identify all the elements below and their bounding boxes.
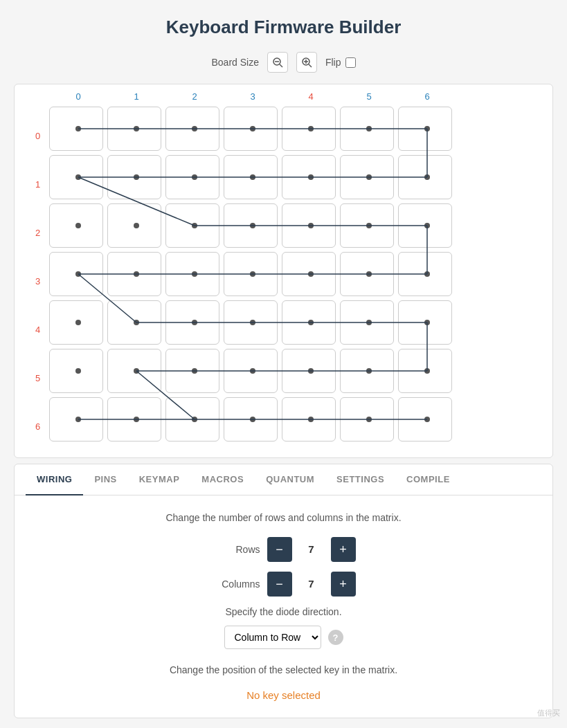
tab-pins[interactable]: PINS: [83, 464, 127, 495]
matrix-desc: Change the number of rows and columns in…: [28, 512, 539, 523]
key-r4-c2[interactable]: [165, 300, 219, 345]
key-r5-c5[interactable]: [340, 349, 394, 393]
key-r2-c4[interactable]: [282, 203, 336, 248]
key-r6-c6[interactable]: [398, 397, 452, 442]
col-numbers: 0 1 2 3 4 5 6: [42, 91, 546, 102]
row-5: 5: [35, 354, 43, 402]
key-r5-c3[interactable]: [224, 349, 278, 393]
columns-stepper-row: Columns − 7 +: [28, 572, 539, 597]
key-r5-c2[interactable]: [165, 349, 219, 393]
key-r1-c1[interactable]: [107, 155, 161, 199]
row-1: 1: [35, 160, 43, 208]
columns-decrement-button[interactable]: −: [267, 572, 292, 597]
key-r3-c1[interactable]: [107, 252, 161, 296]
zoom-out-button[interactable]: [267, 52, 288, 73]
col-1: 1: [107, 91, 165, 102]
watermark: 值得买: [537, 708, 560, 718]
key-r1-c2[interactable]: [165, 155, 219, 199]
key-r3-c5[interactable]: [340, 252, 394, 296]
key-r6-c4[interactable]: [282, 397, 336, 442]
key-r2-c1[interactable]: [107, 203, 161, 248]
tab-bar: WIRING PINS KEYMAP MACROS QUANTUM SETTIN…: [15, 464, 552, 495]
key-r3-c4[interactable]: [282, 252, 336, 296]
key-r1-c4[interactable]: [282, 155, 336, 199]
flip-checkbox[interactable]: [345, 57, 356, 68]
col-4: 4: [282, 91, 340, 102]
matrix-keys: for(let r=0;r<7;r++){for(let c=0;c<7;c++…: [47, 104, 454, 444]
matrix-grid-area: 0 1 2 3 4 5 6 0 1 2 3 4 5 6: [14, 84, 553, 458]
position-section: Change the position of the selected key …: [28, 664, 539, 701]
key-r6-c2[interactable]: [165, 397, 219, 442]
key-r3-c2[interactable]: [165, 252, 219, 296]
diode-section: Specify the diode direction. Column to R…: [28, 606, 539, 649]
key-r0-c5[interactable]: [340, 107, 394, 151]
key-r0-c2[interactable]: [165, 107, 219, 151]
rows-increment-button[interactable]: +: [331, 537, 356, 562]
key-r5-c4[interactable]: [282, 349, 336, 393]
key-r0-c6[interactable]: [398, 107, 452, 151]
tab-keymap[interactable]: KEYMAP: [128, 464, 191, 495]
key-r5-c1[interactable]: [107, 349, 161, 393]
col-6: 6: [398, 91, 456, 102]
matrix-container: for(let r=0;r<7;r++){for(let c=0;c<7;c++…: [47, 104, 454, 451]
key-r2-c6[interactable]: [398, 203, 452, 248]
diode-help-icon[interactable]: ?: [328, 630, 343, 645]
key-r2-c3[interactable]: [224, 203, 278, 248]
row-0: 0: [35, 111, 43, 160]
key-r2-c2[interactable]: [165, 203, 219, 248]
columns-label: Columns: [212, 579, 260, 590]
key-r4-c3[interactable]: [224, 300, 278, 345]
key-r6-c3[interactable]: [224, 397, 278, 442]
col-0: 0: [49, 91, 107, 102]
key-r4-c1[interactable]: [107, 300, 161, 345]
key-r5-c6[interactable]: [398, 349, 452, 393]
key-r4-c0[interactable]: [49, 300, 103, 345]
key-r3-c6[interactable]: [398, 252, 452, 296]
svg-line-4: [309, 64, 312, 67]
key-r6-c0[interactable]: [49, 397, 103, 442]
key-r5-c0[interactable]: [49, 349, 103, 393]
columns-value: 7: [299, 572, 324, 597]
tab-settings[interactable]: SETTINGS: [325, 464, 395, 495]
rows-value: 7: [299, 537, 324, 562]
key-r1-c0[interactable]: [49, 155, 103, 199]
col-2: 2: [165, 91, 224, 102]
key-r1-c3[interactable]: [224, 155, 278, 199]
position-desc: Change the position of the selected key …: [28, 664, 539, 675]
key-r6-c5[interactable]: [340, 397, 394, 442]
col-5: 5: [340, 91, 398, 102]
key-r0-c4[interactable]: [282, 107, 336, 151]
diode-desc: Specify the diode direction.: [28, 606, 539, 617]
key-r4-c5[interactable]: [340, 300, 394, 345]
key-r2-c5[interactable]: [340, 203, 394, 248]
zoom-in-button[interactable]: [296, 52, 317, 73]
row-4: 4: [35, 305, 43, 354]
key-r0-c0[interactable]: [49, 107, 103, 151]
tab-quantum[interactable]: QUANTUM: [255, 464, 325, 495]
key-r1-c6[interactable]: [398, 155, 452, 199]
svg-line-1: [280, 64, 282, 67]
key-r6-c1[interactable]: [107, 397, 161, 442]
grid-with-rows: 0 1 2 3 4 5 6 for(let r=0;r<7;r++){for(l…: [35, 104, 546, 451]
row-numbers: 0 1 2 3 4 5 6: [35, 111, 43, 451]
rows-decrement-button[interactable]: −: [267, 537, 292, 562]
key-r4-c4[interactable]: [282, 300, 336, 345]
key-r3-c0[interactable]: [49, 252, 103, 296]
row-2: 2: [35, 208, 43, 257]
no-key-selected-text: No key selected: [28, 689, 539, 701]
columns-increment-button[interactable]: +: [331, 572, 356, 597]
key-r0-c3[interactable]: [224, 107, 278, 151]
key-r3-c3[interactable]: [224, 252, 278, 296]
rows-label: Rows: [212, 544, 260, 555]
diode-direction-select[interactable]: Column to Row Row to Column: [224, 626, 321, 649]
flip-label: Flip: [325, 57, 356, 68]
key-r0-c1[interactable]: [107, 107, 161, 151]
key-r1-c5[interactable]: [340, 155, 394, 199]
tab-compile[interactable]: COMPILE: [395, 464, 461, 495]
row-6: 6: [35, 402, 43, 451]
diode-select-row: Column to Row Row to Column ?: [28, 626, 539, 649]
key-r2-c0[interactable]: [49, 203, 103, 248]
key-r4-c6[interactable]: [398, 300, 452, 345]
tab-macros[interactable]: MACROS: [190, 464, 255, 495]
tab-wiring[interactable]: WIRING: [26, 464, 83, 495]
